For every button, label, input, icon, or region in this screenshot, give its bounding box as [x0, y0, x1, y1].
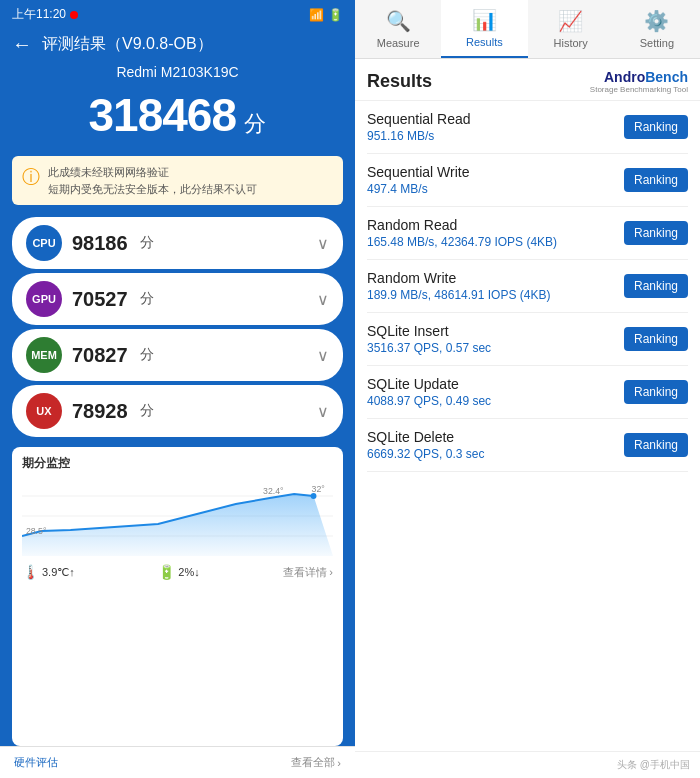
benchmark-list: Sequential Read 951.16 MB/s Ranking Sequ… — [355, 101, 700, 751]
mem-chevron: ∨ — [317, 346, 329, 365]
left-panel: 上午11:20 📶 🔋 ← 评测结果（V9.0.8-OB） Redmi M210… — [0, 0, 355, 778]
view-all-text: 查看全部 — [291, 755, 335, 770]
monitor-section: 期分监控 28.5° 32.4° — [12, 447, 343, 746]
bench-sqlite-insert: SQLite Insert 3516.37 QPS, 0.57 sec Rank… — [367, 313, 688, 366]
bench-random-read-value: 165.48 MB/s, 42364.79 IOPS (4KB) — [367, 235, 557, 249]
bench-sequential-read: Sequential Read 951.16 MB/s Ranking — [367, 101, 688, 154]
tab-measure-label: Measure — [377, 37, 420, 49]
view-detail-text: 查看详情 — [283, 565, 327, 580]
bench-sqlite-update-value: 4088.97 QPS, 0.49 sec — [367, 394, 491, 408]
time-display: 上午11:20 — [12, 6, 66, 23]
score-item-gpu[interactable]: GPU 70527 分 ∨ — [12, 273, 343, 325]
warning-line1: 此成绩未经联网网络验证 — [48, 164, 257, 181]
gpu-chevron: ∨ — [317, 290, 329, 309]
androbench-name: AndroBench — [604, 69, 688, 85]
back-button[interactable]: ← — [12, 33, 32, 56]
ranking-btn-sqlite-insert[interactable]: Ranking — [624, 327, 688, 351]
bench-random-read: Random Read 165.48 MB/s, 42364.79 IOPS (… — [367, 207, 688, 260]
mem-score: 70827 — [72, 344, 128, 367]
warning-box: ⓘ 此成绩未经联网网络验证 短期内受免无法安全版本，此分结果不认可 — [12, 156, 343, 205]
view-all-link[interactable]: 查看全部 › — [291, 755, 341, 770]
tab-measure[interactable]: 🔍 Measure — [355, 0, 441, 58]
bench-sqlite-delete-info: SQLite Delete 6669.32 QPS, 0.3 sec — [367, 429, 484, 461]
bench-sqlite-delete-value: 6669.32 QPS, 0.3 sec — [367, 447, 484, 461]
cpu-score: 98186 — [72, 232, 128, 255]
bench-random-write-value: 189.9 MB/s, 48614.91 IOPS (4KB) — [367, 288, 550, 302]
status-bar-left: 上午11:20 — [12, 6, 78, 23]
ux-unit: 分 — [140, 402, 154, 420]
ranking-btn-sqlite-update[interactable]: Ranking — [624, 380, 688, 404]
bench-random-write-info: Random Write 189.9 MB/s, 48614.91 IOPS (… — [367, 270, 550, 302]
score-item-mem-left: MEM 70827 分 — [26, 337, 154, 373]
svg-text:32.4°: 32.4° — [263, 486, 284, 496]
bench-sequential-read-info: Sequential Read 951.16 MB/s — [367, 111, 471, 143]
bench-random-read-info: Random Read 165.48 MB/s, 42364.79 IOPS (… — [367, 217, 557, 249]
status-bar: 上午11:20 📶 🔋 — [0, 0, 355, 29]
right-panel: 🔍 Measure 📊 Results 📈 History ⚙️ Setting… — [355, 0, 700, 778]
ux-chevron: ∨ — [317, 402, 329, 421]
score-item-cpu[interactable]: CPU 98186 分 ∨ — [12, 217, 343, 269]
bench-random-write-name: Random Write — [367, 270, 550, 286]
ux-badge: UX — [26, 393, 62, 429]
total-score-section: 318468 分 — [0, 84, 355, 150]
chart-svg: 28.5° 32.4° 32° — [22, 476, 333, 556]
svg-text:28.5°: 28.5° — [26, 526, 47, 536]
cpu-unit: 分 — [140, 234, 154, 252]
ranking-btn-random-write[interactable]: Ranking — [624, 274, 688, 298]
score-item-mem[interactable]: MEM 70827 分 ∨ — [12, 329, 343, 381]
androbench-tagline: Storage Benchmarking Tool — [590, 85, 688, 94]
tab-history-label: History — [554, 37, 588, 49]
warning-line2: 短期内受免无法安全版本，此分结果不认可 — [48, 181, 257, 198]
view-all-arrow: › — [337, 757, 341, 769]
ranking-btn-sequential-read[interactable]: Ranking — [624, 115, 688, 139]
bench-sqlite-insert-info: SQLite Insert 3516.37 QPS, 0.57 sec — [367, 323, 491, 355]
temp-value: 3.9℃↑ — [42, 566, 75, 579]
total-score-unit: 分 — [244, 111, 266, 136]
bench-sqlite-update: SQLite Update 4088.97 QPS, 0.49 sec Rank… — [367, 366, 688, 419]
view-detail-link[interactable]: 查看详情 › — [283, 565, 333, 580]
device-name: Redmi M2103K19C — [0, 64, 355, 80]
cpu-chevron: ∨ — [317, 234, 329, 253]
svg-text:32°: 32° — [312, 484, 326, 494]
warning-text: 此成绩未经联网网络验证 短期内受免无法安全版本，此分结果不认可 — [48, 164, 257, 197]
mem-unit: 分 — [140, 346, 154, 364]
battery-stat: 🔋 2%↓ — [158, 564, 199, 580]
bench-sqlite-update-info: SQLite Update 4088.97 QPS, 0.49 sec — [367, 376, 491, 408]
tab-results[interactable]: 📊 Results — [441, 0, 527, 58]
bench-sqlite-delete-name: SQLite Delete — [367, 429, 484, 445]
hardware-label[interactable]: 硬件评估 — [14, 755, 58, 770]
temp-stat: 🌡️ 3.9℃↑ — [22, 564, 75, 580]
bench-random-read-name: Random Read — [367, 217, 557, 233]
gpu-unit: 分 — [140, 290, 154, 308]
ranking-btn-sequential-write[interactable]: Ranking — [624, 168, 688, 192]
tab-bar: 🔍 Measure 📊 Results 📈 History ⚙️ Setting — [355, 0, 700, 59]
score-item-ux[interactable]: UX 78928 分 ∨ — [12, 385, 343, 437]
status-bar-right: 📶 🔋 — [309, 8, 343, 22]
ux-score: 78928 — [72, 400, 128, 423]
page-title: 评测结果（V9.0.8-OB） — [42, 34, 213, 55]
bench-sequential-write-name: Sequential Write — [367, 164, 469, 180]
results-header: Results AndroBench Storage Benchmarking … — [355, 59, 700, 101]
recording-dot — [70, 11, 78, 19]
tab-setting[interactable]: ⚙️ Setting — [614, 0, 700, 58]
score-item-ux-left: UX 78928 分 — [26, 393, 154, 429]
bench-sqlite-insert-name: SQLite Insert — [367, 323, 491, 339]
bench-sqlite-delete: SQLite Delete 6669.32 QPS, 0.3 sec Ranki… — [367, 419, 688, 472]
tab-history[interactable]: 📈 History — [528, 0, 614, 58]
monitor-title: 期分监控 — [22, 455, 333, 472]
ranking-btn-sqlite-delete[interactable]: Ranking — [624, 433, 688, 457]
bench-sequential-read-name: Sequential Read — [367, 111, 471, 127]
score-items: CPU 98186 分 ∨ GPU 70527 分 ∨ MEM 70827 分 … — [12, 217, 343, 437]
ranking-btn-random-read[interactable]: Ranking — [624, 221, 688, 245]
battery-icon: 🔋 — [328, 8, 343, 22]
score-item-gpu-left: GPU 70527 分 — [26, 281, 154, 317]
bench-sqlite-update-name: SQLite Update — [367, 376, 491, 392]
gpu-badge: GPU — [26, 281, 62, 317]
temp-icon: 🌡️ — [22, 564, 39, 580]
tab-results-label: Results — [466, 36, 503, 48]
view-detail-arrow: › — [329, 566, 333, 578]
cpu-badge: CPU — [26, 225, 62, 261]
results-icon: 📊 — [472, 8, 497, 32]
signal-icon: 📶 — [309, 8, 324, 22]
temperature-chart: 28.5° 32.4° 32° — [22, 476, 333, 556]
